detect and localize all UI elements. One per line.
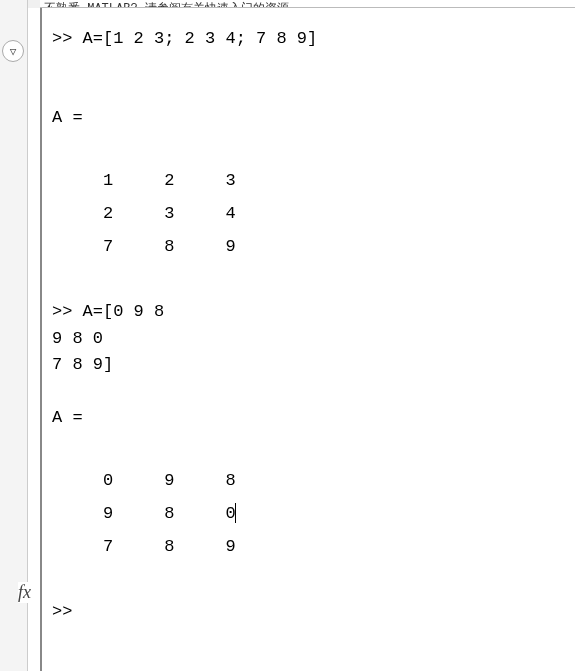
table-row: 0 9 8: [52, 464, 575, 497]
function-gutter: [28, 8, 40, 671]
table-row: 7 8 9: [52, 230, 575, 263]
table-row: 1 2 3: [52, 164, 575, 197]
command-input-2-line3: 7 8 9]: [52, 352, 575, 378]
text-cursor: [235, 503, 236, 523]
blank-line: [52, 379, 575, 405]
workspace-side-panel: ▽: [0, 0, 28, 671]
blank-line: [52, 573, 575, 599]
command-prompt-ready[interactable]: >>: [52, 599, 575, 625]
blank-line: [52, 131, 575, 157]
command-window[interactable]: >> A=[1 2 3; 2 3 4; 7 8 9] A = 1 2 3 2 3…: [40, 8, 575, 671]
blank-line: [52, 273, 575, 299]
matrix-output-2: 0 9 8 9 8 0 7 8 9: [52, 464, 575, 563]
fx-icon[interactable]: fx: [18, 582, 31, 603]
getting-started-banner[interactable]: 不熟悉 MATLAB? 请参阅有关快速入门的资源。: [40, 0, 575, 8]
table-row: 7 8 9: [52, 530, 575, 563]
table-row: 2 3 4: [52, 197, 575, 230]
output-header-2: A =: [52, 405, 575, 431]
blank-line: [52, 52, 575, 78]
command-input-2-line1: >> A=[0 9 8: [52, 299, 575, 325]
blank-line: [52, 431, 575, 457]
collapse-panel-button[interactable]: ▽: [2, 40, 24, 62]
command-input-2-line2: 9 8 0: [52, 326, 575, 352]
output-header-1: A =: [52, 105, 575, 131]
chevron-down-icon: ▽: [10, 45, 17, 58]
matrix-output-1: 1 2 3 2 3 4 7 8 9: [52, 164, 575, 263]
blank-line: [52, 79, 575, 105]
command-window-content: >> A=[1 2 3; 2 3 4; 7 8 9] A = 1 2 3 2 3…: [46, 8, 575, 626]
table-row: 9 8 0: [52, 497, 575, 530]
command-input-1: >> A=[1 2 3; 2 3 4; 7 8 9]: [52, 26, 575, 52]
